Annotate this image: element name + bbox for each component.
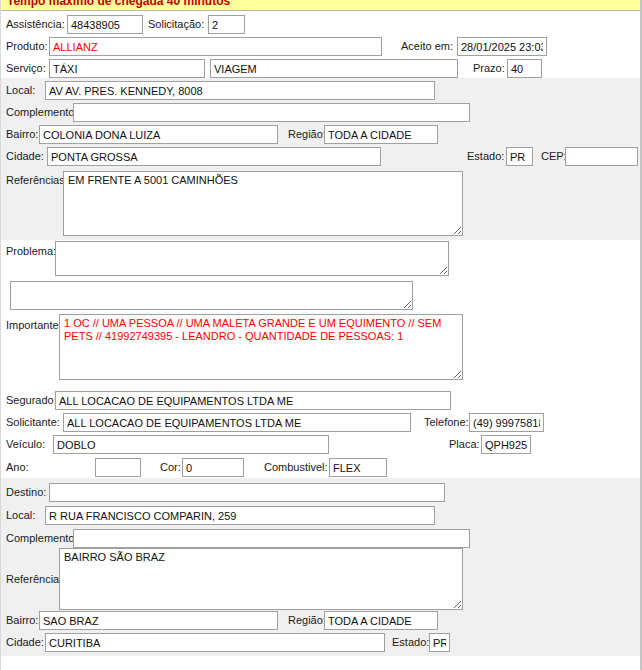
cor-label: Cor: <box>160 458 181 477</box>
destino-complemento-input[interactable] <box>73 529 470 548</box>
veiculo-label: Veículo: <box>6 435 45 454</box>
telefone-input[interactable] <box>469 413 544 432</box>
destino-local-input[interactable] <box>45 506 435 525</box>
alert-banner: Tempo máximo de chegada 40 minutos <box>1 0 640 11</box>
solicitacao-label: Solicitação: <box>148 15 204 34</box>
aceito-em-input[interactable] <box>457 37 547 56</box>
importante-label: Importante: <box>6 316 62 335</box>
solicitante-input[interactable] <box>63 413 411 432</box>
produto-label: Produto: <box>6 37 48 56</box>
complemento-input[interactable] <box>73 103 470 122</box>
cep-label: CEP: <box>541 147 567 166</box>
destino-label: Destino: <box>6 483 46 502</box>
produto-input[interactable] <box>49 37 382 56</box>
servico-tipo-input[interactable] <box>210 59 458 78</box>
destino-referencia-label: Referência: <box>6 570 62 589</box>
cidade-input[interactable] <box>47 147 381 166</box>
destino-cidade-input[interactable] <box>45 633 385 652</box>
destino-estado-input[interactable] <box>429 633 450 652</box>
regiao-label: Região: <box>288 125 326 144</box>
bairro-input[interactable] <box>39 125 278 144</box>
assistencia-input[interactable] <box>67 15 143 34</box>
service-order-form: Tempo máximo de chegada 40 minutos Assis… <box>0 0 642 670</box>
regiao-input[interactable] <box>324 125 438 144</box>
segurado-input[interactable] <box>55 391 451 410</box>
complemento-label: Complemento: <box>6 103 78 122</box>
ano-label: Ano: <box>6 458 29 477</box>
placa-label: Placa: <box>449 435 480 454</box>
destino-local-label: Local: <box>6 506 35 525</box>
referencias-label: Referências: <box>6 171 68 190</box>
destino-cidade-label: Cidade: <box>6 633 44 652</box>
prazo-label: Prazo: <box>473 59 505 78</box>
telefone-label: Telefone: <box>424 413 469 432</box>
destino-input[interactable] <box>49 483 445 502</box>
estado-label: Estado: <box>467 147 504 166</box>
servico-input[interactable] <box>49 59 205 78</box>
local-label: Local: <box>6 81 35 100</box>
bairro-label: Bairro: <box>6 125 38 144</box>
estado-input[interactable] <box>506 147 533 166</box>
destino-referencia-textarea[interactable]: BAIRRO SÃO BRAZ <box>59 548 463 610</box>
problema-textarea[interactable] <box>55 241 449 276</box>
aceito-em-label: Aceito em: <box>401 37 453 56</box>
referencias-textarea[interactable]: EM FRENTE A 5001 CAMINHÕES <box>63 171 463 236</box>
solicitacao-input[interactable] <box>208 15 245 34</box>
segurado-label: Segurado: <box>6 391 57 410</box>
cep-input[interactable] <box>565 147 638 166</box>
veiculo-input[interactable] <box>53 435 329 454</box>
servico-label: Serviço: <box>6 59 46 78</box>
local-input[interactable] <box>45 81 435 100</box>
cor-input[interactable] <box>182 458 244 477</box>
destino-bairro-label: Bairro: <box>6 611 38 630</box>
assistencia-label: Assistência: <box>6 15 65 34</box>
problema-label: Problema: <box>6 242 56 261</box>
destino-complemento-label: Complemento: <box>6 529 78 548</box>
combustivel-label: Combustivel: <box>264 458 328 477</box>
combustivel-input[interactable] <box>329 458 387 477</box>
cidade-label: Cidade: <box>6 147 44 166</box>
importante-textarea[interactable]: 1 OC // UMA PESSOA // UMA MALETA GRANDE … <box>59 314 463 380</box>
observacao-textarea[interactable] <box>10 281 413 310</box>
solicitante-label: Solicitante: <box>6 413 60 432</box>
ano-input[interactable] <box>95 458 141 477</box>
destino-bairro-input[interactable] <box>39 611 278 630</box>
prazo-input[interactable] <box>507 59 542 78</box>
destino-estado-label: Estado: <box>392 633 429 652</box>
alert-banner-text: Tempo máximo de chegada 40 minutos <box>7 0 230 8</box>
placa-input[interactable] <box>481 435 531 454</box>
destino-regiao-label: Região: <box>288 611 326 630</box>
destino-regiao-input[interactable] <box>324 611 438 630</box>
